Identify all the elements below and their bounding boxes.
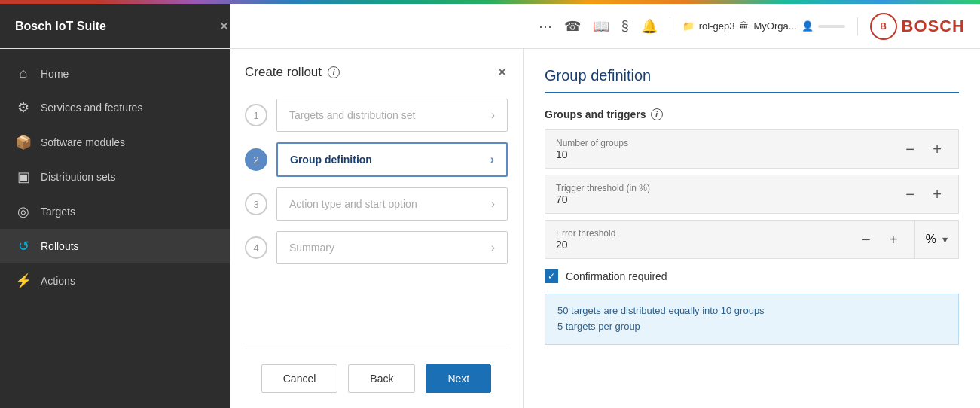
sidebar: ⌂ Home ⚙ Services and features 📦 Softwar…	[0, 49, 230, 408]
trigger-value: 70	[556, 193, 887, 206]
steps-list: 1 Targets and distribution set › 2 Group…	[245, 99, 508, 341]
dialog-info-icon[interactable]: i	[328, 66, 340, 78]
app-title: Bosch IoT Suite	[15, 20, 218, 33]
confirmation-checkbox[interactable]: ✓	[545, 269, 558, 283]
error-increment[interactable]: +	[883, 229, 904, 250]
num-groups-increment[interactable]: +	[927, 139, 948, 160]
dialog-header: Create rollout i ✕	[245, 64, 508, 81]
sidebar-item-actions[interactable]: ⚡ Actions	[0, 263, 230, 298]
dialog-panel: Create rollout i ✕ 1 Targets and distrib…	[230, 49, 524, 408]
error-unit-label: %	[926, 233, 936, 246]
error-decrement[interactable]: −	[856, 229, 877, 250]
step-label-2: Group definition	[290, 154, 372, 166]
top-bar: Bosch IoT Suite ✕ ⋯ ☎ 📖 § 🔔 📁 rol-gep3 🏛…	[0, 4, 980, 49]
section-info-icon[interactable]: i	[651, 108, 663, 120]
org-info: 📁 rol-gep3 🏛 MyOrga... 👤	[682, 20, 845, 32]
top-bar-left: Bosch IoT Suite ✕	[0, 4, 230, 48]
step-box-1[interactable]: Targets and distribution set ›	[276, 99, 508, 132]
sidebar-label-actions: Actions	[41, 275, 75, 287]
sidebar-item-home[interactable]: ⌂ Home	[0, 56, 230, 90]
targets-icon: ◎	[15, 203, 32, 220]
step-number-4: 4	[245, 236, 267, 259]
trigger-decrement[interactable]: −	[899, 184, 920, 205]
actions-icon: ⚡	[15, 273, 32, 289]
sidebar-close-icon[interactable]: ✕	[218, 18, 230, 35]
section-label: Groups and triggers i	[545, 108, 959, 120]
cancel-button[interactable]: Cancel	[261, 364, 338, 393]
sidebar-item-rollouts[interactable]: ↺ Rollouts	[0, 229, 230, 263]
sidebar-item-services[interactable]: ⚙ Services and features	[0, 90, 230, 125]
error-unit-dropdown[interactable]: % ▾	[914, 220, 959, 259]
book-icon[interactable]: 📖	[593, 18, 609, 35]
bosch-circle: B	[870, 13, 897, 40]
trigger-controls: − +	[899, 184, 948, 205]
sidebar-item-targets[interactable]: ◎ Targets	[0, 194, 230, 229]
trigger-field: Trigger threshold (in %) 70 − +	[545, 175, 959, 214]
separator	[670, 17, 670, 35]
distribution-icon: ▣	[15, 169, 32, 185]
separator2	[857, 17, 858, 35]
num-groups-field: Number of groups 10 − +	[545, 129, 959, 169]
step-box-3[interactable]: Action type and start option ›	[276, 187, 508, 221]
dialog-footer: Cancel Back Next	[245, 349, 508, 393]
sidebar-label-software: Software modules	[41, 136, 125, 148]
step-chevron-1: ›	[491, 108, 495, 122]
trigger-increment[interactable]: +	[927, 184, 948, 205]
error-value: 20	[556, 239, 844, 251]
top-bar-right: ⋯ ☎ 📖 § 🔔 📁 rol-gep3 🏛 MyOrga... 👤 B BOS…	[230, 13, 980, 40]
sidebar-item-software[interactable]: 📦 Software modules	[0, 125, 230, 160]
bosch-logo: B BOSCH	[870, 13, 965, 40]
content-area: Create rollout i ✕ 1 Targets and distrib…	[230, 49, 980, 408]
main-layout: ⌂ Home ⚙ Services and features 📦 Softwar…	[0, 49, 980, 408]
bell-icon[interactable]: 🔔	[641, 18, 658, 35]
step-row-3: 3 Action type and start option ›	[245, 187, 508, 221]
next-button[interactable]: Next	[426, 364, 491, 393]
confirmation-row: ✓ Confirmation required	[545, 269, 959, 283]
sidebar-label-home: Home	[41, 68, 69, 80]
error-row: Error threshold 20 − + % ▾	[545, 220, 959, 259]
org2-label[interactable]: MyOrga...	[753, 20, 796, 32]
sidebar-label-rollouts: Rollouts	[41, 240, 79, 252]
confirmation-label: Confirmation required	[566, 270, 667, 282]
num-groups-controls: − +	[899, 139, 948, 160]
folder-icon: 📁	[682, 20, 695, 32]
step-number-2: 2	[245, 148, 267, 171]
bosch-text: BOSCH	[902, 17, 965, 36]
dialog-close-button[interactable]: ✕	[496, 64, 508, 81]
sidebar-item-distribution[interactable]: ▣ Distribution sets	[0, 160, 230, 194]
num-groups-col: Number of groups 10	[556, 138, 887, 160]
dialog-title: Create rollout i	[245, 65, 340, 80]
phone-icon[interactable]: ☎	[564, 18, 581, 35]
checkmark-icon: ✓	[548, 271, 555, 282]
num-groups-label: Number of groups	[556, 138, 887, 148]
back-button[interactable]: Back	[348, 364, 415, 393]
sidebar-label-distribution: Distribution sets	[41, 171, 116, 183]
building-icon: 🏛	[739, 20, 749, 32]
share-icon[interactable]: ⋯	[539, 18, 552, 35]
num-groups-value: 10	[556, 148, 887, 160]
num-groups-decrement[interactable]: −	[899, 139, 920, 160]
step-box-4[interactable]: Summary ›	[276, 231, 508, 264]
step-chevron-2: ›	[490, 153, 494, 166]
step-row-2: 2 Group definition ›	[245, 142, 508, 177]
paragraph-icon[interactable]: §	[621, 18, 629, 34]
software-icon: 📦	[15, 134, 32, 151]
error-controls: − +	[856, 229, 904, 250]
error-col: Error threshold 20	[556, 228, 844, 251]
services-icon: ⚙	[15, 99, 32, 116]
error-label: Error threshold	[556, 228, 844, 239]
step-number-3: 3	[245, 193, 267, 215]
info-line-1: 50 targets are distributed equally into …	[557, 303, 946, 319]
step-box-2[interactable]: Group definition ›	[276, 142, 508, 177]
step-label-1: Targets and distribution set	[289, 109, 415, 121]
info-box: 50 targets are distributed equally into …	[545, 294, 959, 345]
user-icon: 👤	[801, 20, 814, 32]
step-row-4: 4 Summary ›	[245, 231, 508, 264]
step-number-1: 1	[245, 104, 267, 126]
step-chevron-4: ›	[491, 241, 495, 254]
rollouts-icon: ↺	[15, 238, 32, 254]
org-label[interactable]: rol-gep3	[699, 20, 735, 32]
home-icon: ⌂	[15, 65, 32, 81]
user-name	[818, 25, 845, 28]
error-dropdown-chevron: ▾	[942, 233, 948, 245]
